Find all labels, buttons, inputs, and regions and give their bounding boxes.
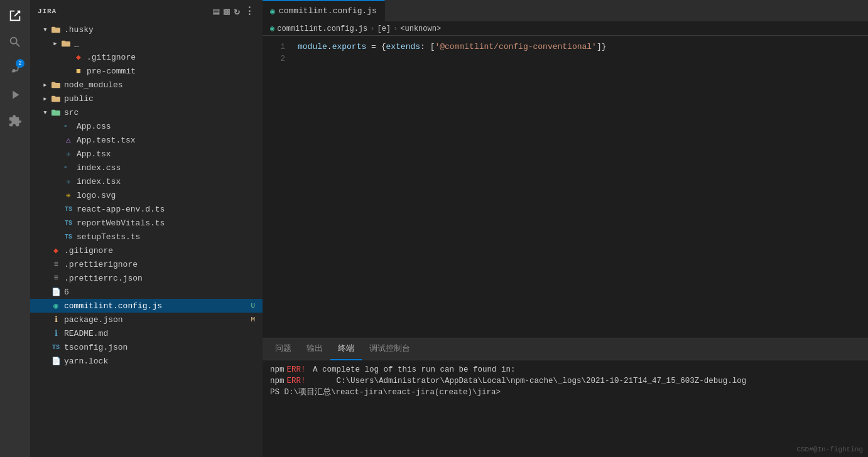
sidebar-item-index-css[interactable]: ≡ index.css [30, 161, 263, 175]
code-content[interactable]: module.exports = {extends: ['@commitlint… [293, 36, 868, 338]
sidebar-item-label: public [64, 94, 260, 104]
sidebar-item-label: index.css [77, 163, 260, 173]
sidebar-item-label: App.test.tsx [77, 136, 260, 145]
editor-tabs: ◉ commitlint.config.js [263, 0, 868, 22]
terminal-path: C:\Users\Administrator\AppData\Local\npm… [308, 375, 747, 387]
tab-terminal[interactable]: 终端 [330, 338, 362, 360]
new-file-icon[interactable]: ▤ [214, 5, 220, 18]
sidebar-item-report-web[interactable]: TS reportWebVitals.ts [30, 216, 263, 230]
sidebar-item-6[interactable]: 📄 6 [30, 285, 263, 299]
tsx-icon: ⚛ [63, 178, 74, 186]
activity-bar: 2 [0, 0, 30, 457]
tab-debug-console[interactable]: 调试控制台 [362, 338, 418, 360]
chevron-right-icon: ▸ [40, 94, 50, 104]
sidebar-item-underscore[interactable]: ▸ _ [30, 36, 263, 50]
sidebar-item-yarn-lock[interactable]: 📄 yarn.lock [30, 354, 263, 368]
sidebar-item-label: _ [74, 39, 260, 48]
sidebar-item-public[interactable]: ▸ public [30, 92, 263, 105]
sidebar-header-actions: ▤ ▩ ↻ ⋮ [214, 5, 255, 18]
chevron-right-icon: ▸ [50, 38, 60, 48]
folder-icon [50, 25, 62, 34]
breadcrumb-unknown: <unknown> [400, 24, 441, 33]
terminal-body[interactable]: npm ERR! A complete log of this run can … [263, 360, 868, 457]
ts-icon: TS [63, 234, 74, 240]
sidebar-item-husky[interactable]: ▾ .husky [30, 23, 263, 36]
sidebar-item-logo-svg[interactable]: ✳ logo.svg [30, 188, 263, 202]
sidebar-item-label: .husky [64, 25, 260, 35]
terminal-tabs: 问题 输出 终端 调试控制台 [263, 338, 868, 360]
sidebar-item-node-modules[interactable]: ▸ node_modules [30, 78, 263, 92]
search-icon[interactable] [4, 31, 26, 53]
explorer-icon[interactable] [4, 5, 26, 26]
sidebar-item-readme[interactable]: ℹ README.md [30, 326, 263, 340]
test-icon: △ [63, 135, 74, 145]
extensions-icon[interactable] [4, 110, 26, 132]
sidebar-item-label: .prettierrc.json [64, 274, 260, 283]
err-label: ERR! [287, 375, 306, 387]
sidebar-item-index-tsx[interactable]: ⚛ index.tsx [30, 175, 263, 188]
sidebar-item-label: tsconfig.json [64, 343, 260, 352]
npm-label: npm [270, 375, 285, 387]
sidebar-item-pre-commit[interactable]: ■ pre-commit [30, 64, 263, 78]
sidebar-item-label: node_modules [64, 80, 260, 90]
sidebar-item-label: yarn.lock [64, 357, 260, 366]
editor-tab-commitlint[interactable]: ◉ commitlint.config.js [263, 0, 385, 21]
sidebar-tree: ▾ .husky ▸ _ ◆ .gitignore ■ p [30, 23, 263, 457]
modified-badge: M [251, 316, 260, 323]
sidebar: JIRA ▤ ▩ ↻ ⋮ ▾ .husky ▸ _ [30, 0, 263, 457]
line-numbers: 1 2 [263, 36, 293, 338]
sidebar-item-tsconfig[interactable]: TS tsconfig.json [30, 340, 263, 354]
err-label: ERR! [287, 364, 306, 375]
sidebar-item-app-test[interactable]: △ App.test.tsx [30, 133, 263, 147]
file-icon: 📄 [50, 288, 62, 297]
ts-icon: TS [63, 220, 74, 227]
source-control-icon[interactable]: 2 [4, 58, 26, 79]
chevron-down-icon: ▾ [40, 107, 50, 117]
sidebar-item-app-tsx[interactable]: ⚛ App.tsx [30, 147, 263, 161]
ts-icon: TS [63, 206, 74, 213]
sidebar-item-label: .gitignore [87, 53, 260, 62]
sidebar-item-label: pre-commit [87, 67, 260, 76]
breadcrumb-ref: [e] [377, 24, 391, 33]
tab-icon: ◉ [270, 6, 275, 16]
sidebar-item-package-json[interactable]: ℹ package.json M [30, 313, 263, 326]
main-content: ◉ commitlint.config.js ◉ commitlint.conf… [263, 0, 868, 457]
terminal-line-3: PS D:\项目汇总\react-jira\react-jira(create)… [270, 387, 860, 398]
tab-problems[interactable]: 问题 [268, 338, 299, 360]
sidebar-item-label: package.json [64, 315, 251, 325]
sidebar-item-prettierrc[interactable]: ≡ .prettierrc.json [30, 271, 263, 285]
tab-output[interactable]: 输出 [299, 338, 330, 360]
lock-icon: 📄 [50, 357, 62, 366]
sidebar-item-app-css[interactable]: ≡ App.css [30, 119, 263, 133]
sidebar-item-label: App.css [77, 122, 260, 131]
sidebar-item-commitlint[interactable]: ◉ commitlint.config.js U [30, 299, 263, 313]
sidebar-item-gitignore-root[interactable]: ◆ .gitignore [30, 244, 263, 257]
folder-icon [50, 80, 62, 89]
sidebar-item-src[interactable]: ▾ src [30, 105, 263, 119]
svg-icon: ✳ [63, 190, 74, 200]
breadcrumb-sep: › [370, 24, 374, 33]
source-control-badge: 2 [16, 59, 24, 68]
breadcrumb-sep2: › [393, 24, 398, 33]
tsx-icon: ⚛ [63, 150, 74, 158]
watermark: CSD#@In-fighting [796, 446, 863, 453]
sidebar-item-label: 6 [64, 288, 260, 297]
sidebar-item-setup-tests[interactable]: TS setupTests.ts [30, 230, 263, 244]
sidebar-item-label: index.tsx [77, 177, 260, 186]
sidebar-item-gitignore-husky[interactable]: ◆ .gitignore [30, 50, 263, 64]
sidebar-title: JIRA [38, 8, 57, 15]
breadcrumb: ◉ commitlint.config.js › [e] › <unknown> [263, 22, 868, 36]
pre-commit-icon: ■ [73, 67, 84, 76]
sidebar-item-label: App.tsx [77, 149, 260, 159]
gitignore-icon: ◆ [50, 245, 62, 255]
sidebar-item-label: .gitignore [64, 246, 260, 255]
chevron-right-icon: ▸ [40, 80, 50, 90]
css-icon: ≡ [63, 122, 74, 131]
svg-text:≡: ≡ [64, 124, 67, 129]
sidebar-item-react-app-env[interactable]: TS react-app-env.d.ts [30, 202, 263, 216]
collapse-icon[interactable]: ⋮ [244, 5, 255, 18]
run-icon[interactable] [4, 84, 26, 105]
sidebar-item-prettierignore[interactable]: ≡ .prettierignore [30, 257, 263, 271]
new-folder-icon[interactable]: ▩ [224, 5, 231, 18]
refresh-icon[interactable]: ↻ [234, 5, 241, 18]
